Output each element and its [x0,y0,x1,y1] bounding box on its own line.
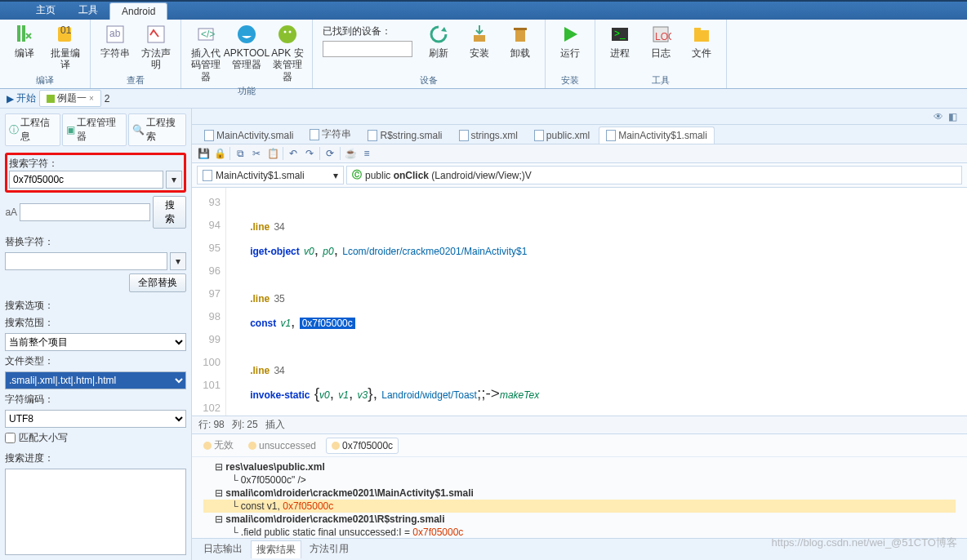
tab-project-search[interactable]: 🔍工程搜索 [128,113,186,146]
uninstall-button[interactable]: 卸载 [501,21,540,60]
doc-icon [459,130,469,141]
search-button[interactable]: 搜索 [153,196,186,229]
result-line[interactable]: └ 0x7f05000c" /> [203,473,956,487]
menu-tab-tools[interactable]: 工具 [67,1,109,20]
filetype-select[interactable]: .smali|.xml|.txt|.htm|.html [5,371,186,389]
file-tab[interactable]: 字符串 [302,124,359,144]
result-tree[interactable]: ⊟ res\values\public.xml└ 0x7f05000c" />⊟… [192,457,967,538]
search-history-button[interactable]: ▾ [166,171,182,189]
eye-icon[interactable]: 👁 [934,111,943,122]
bulb-icon [332,442,340,450]
save-icon[interactable]: 💾 [197,147,210,160]
panel-toggle-icon[interactable]: ◧ [948,111,957,122]
copy-icon[interactable]: ⧉ [234,147,247,160]
insert-code-button[interactable]: </>插入代码管理器 [186,21,225,84]
strings-button[interactable]: ab字符串 [96,21,135,60]
tab-project-info[interactable]: ⓘ工程信息 [5,113,60,146]
undo-icon[interactable]: ↶ [287,147,300,160]
result-line[interactable]: └ .field public static final unsuccessed… [203,526,956,538]
file-tab[interactable]: MainActivity$1.smali [599,127,715,144]
search-input[interactable] [9,171,163,189]
result-line[interactable]: └ const v1, 0x7f05000c [203,500,956,513]
svg-rect-20 [694,30,709,42]
menu-tab-home[interactable]: 主页 [25,1,67,20]
refresh-button[interactable]: 刷新 [419,21,458,60]
scope-select[interactable]: 当前整个项目 [5,333,186,351]
apktool-button[interactable]: APKTOOL管理器 [227,21,266,73]
menu-tab-android[interactable]: Android [109,2,167,20]
code-area[interactable]: .line 34 iget-object v0, p0, Lcom/droide… [226,188,967,416]
search-results-panel: 无效 unsuccessed 0x7f05000c ⊟ res\values\p… [192,433,967,560]
file-tabs: MainActivity.smali字符串R$string.smalistrin… [192,125,967,144]
result-file[interactable]: ⊟ res\values\public.xml [203,460,956,473]
footer-tab-refs[interactable]: 方法引用 [305,540,354,558]
group-install-label: 安装 [561,73,579,88]
result-file[interactable]: ⊟ smali\com\droider\crackme0201\R$string… [203,513,956,526]
log-button[interactable]: LOG日志 [641,21,680,60]
project-tab[interactable]: 例题一 × [39,90,101,107]
group-compile-label: 编译 [36,73,54,88]
doc-icon [606,130,616,141]
device-input[interactable] [323,41,412,57]
install-button[interactable]: 安装 [460,21,499,60]
batch-compile-button[interactable]: 01批量编译 [46,21,85,73]
svg-rect-21 [694,28,701,31]
search-label: 搜索字符： [9,157,182,171]
group-tools-label: 工具 [652,73,670,88]
redo-icon[interactable]: ↷ [303,147,316,160]
android-icon [47,95,55,103]
run-button[interactable]: 运行 [550,21,590,60]
bp-tab-invalid[interactable]: 无效 [198,437,238,454]
ribbon: 编译 01批量编译 编译 ab字符串 方法声明 查看 </>插入代码管理器 AP… [0,20,967,89]
replace-history-button[interactable]: ▾ [170,252,186,270]
tab-project-manager[interactable]: ▣工程管理器 [62,113,127,146]
svg-text:ab: ab [109,28,121,39]
java-icon[interactable]: ☕ [344,147,357,160]
bulb-icon [203,442,212,450]
apk-install-button[interactable]: APK 安装管理器 [268,21,307,84]
doc-icon [203,170,212,181]
bc-file[interactable]: MainActivity$1.smali▾ [197,166,344,184]
close-icon[interactable]: × [89,94,94,103]
line-gutter: 93949596979899100101102 [192,188,226,416]
group-view-label: 查看 [127,73,145,88]
encoding-select[interactable]: UTF8 [5,410,186,428]
footer-tab-log[interactable]: 日志输出 [198,540,247,558]
process-button[interactable]: >_进程 [600,21,639,60]
editor-area: 👁◧ MainActivity.smali字符串R$string.smalist… [192,109,967,560]
lock-icon[interactable]: 🔒 [213,147,226,160]
font-icon: aA [5,207,17,218]
doc-icon [310,129,319,140]
bulb-icon [248,442,256,450]
device-box: 已找到的设备： [318,21,417,60]
secondary-bar: ▶ 开始 例题一 × 2 [0,89,967,109]
breadcrumb: MainActivity$1.smali▾ Ⓒpublic onClick (L… [192,163,967,188]
replace-all-button[interactable]: 全部替换 [129,273,186,292]
file-tab[interactable]: strings.xml [452,127,525,144]
cut-icon[interactable]: ✂ [250,147,263,160]
start-button[interactable]: ▶ 开始 [7,91,36,105]
group-function-label: 功能 [238,84,256,99]
sync-icon[interactable]: ⟳ [323,147,336,160]
file-tab[interactable]: MainActivity.smali [197,127,301,144]
files-button[interactable]: 文件 [682,21,721,60]
decompile-button[interactable]: 编译 [5,21,44,60]
method-decl-button[interactable]: 方法声明 [136,21,176,73]
footer-tab-results[interactable]: 搜索结果 [251,540,301,558]
method-icon: Ⓒ [352,168,362,182]
group-device-label: 设备 [420,73,438,88]
doc-icon [368,130,377,141]
file-tab[interactable]: public.xml [527,127,597,144]
tab-badge: 2 [105,93,110,104]
bc-method[interactable]: Ⓒpublic onClick (Landroid/view/View;)V [346,166,962,184]
format-icon[interactable]: ≡ [360,147,373,160]
paste-icon[interactable]: 📋 [266,147,279,160]
matchcase-checkbox[interactable] [5,433,16,443]
result-file[interactable]: ⊟ smali\com\droider\crackme0201\MainActi… [203,487,956,500]
file-tab[interactable]: R$string.smali [360,127,449,144]
bp-tab-hex[interactable]: 0x7f05000c [326,438,399,454]
search-aux-input[interactable] [20,203,150,221]
bp-tab-unsuccessed[interactable]: unsuccessed [243,438,321,453]
svg-rect-1 [22,25,25,42]
replace-input[interactable] [5,252,167,270]
